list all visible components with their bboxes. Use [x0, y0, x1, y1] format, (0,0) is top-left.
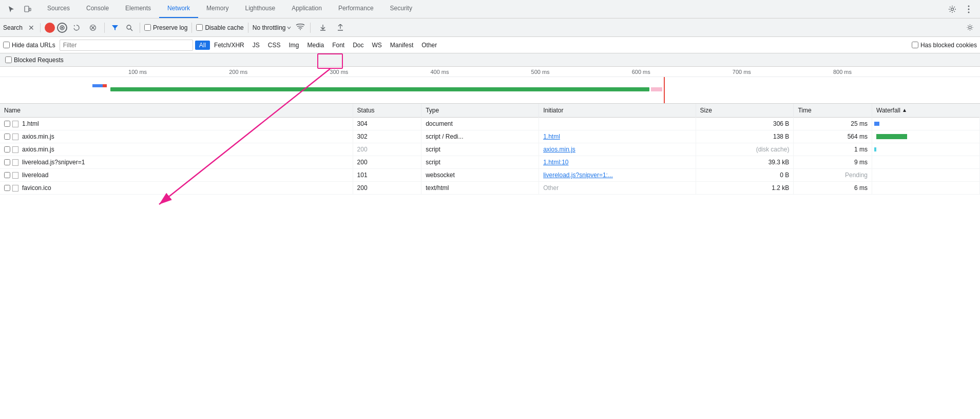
row-checkbox-2[interactable] [4, 134, 10, 140]
file-icon-2 [12, 134, 18, 140]
row-type-3: script [421, 143, 539, 156]
filter-type-css[interactable]: CSS [264, 41, 285, 50]
network-settings-icon[interactable] [963, 21, 977, 35]
th-initiator[interactable]: Initiator [539, 104, 696, 118]
tab-elements[interactable]: Elements [117, 0, 159, 18]
svg-point-12 [127, 25, 131, 29]
filter-type-img[interactable]: Img [284, 41, 303, 50]
row-checkbox-4[interactable] [4, 159, 10, 165]
filter-type-doc[interactable]: Doc [349, 41, 368, 50]
search-icon[interactable] [123, 22, 136, 34]
import-icon-btn[interactable] [316, 21, 330, 35]
cursor-icon-btn[interactable] [4, 2, 18, 16]
divider-1 [104, 23, 105, 33]
reload-icon-btn[interactable] [69, 21, 84, 35]
timeline-label-700: 700 ms [691, 69, 792, 75]
has-blocked-cookies-checkbox[interactable] [912, 42, 918, 48]
filter-type-media[interactable]: Media [303, 41, 328, 50]
tab-network[interactable]: Network [159, 0, 198, 18]
filter-type-font[interactable]: Font [328, 41, 349, 50]
row-name-5: livereload [0, 169, 353, 182]
filter-type-other[interactable]: Other [417, 41, 441, 50]
row-checkbox-6[interactable] [4, 185, 10, 191]
timeline-label-600: 600 ms [591, 69, 691, 75]
row-waterfall-4 [872, 156, 980, 169]
throttle-dropdown[interactable]: No throttling [253, 24, 292, 31]
filter-type-manifest[interactable]: Manifest [386, 41, 417, 50]
timeline-small-pink [651, 87, 662, 91]
row-name-1: 1.html [0, 118, 353, 130]
table-row[interactable]: axios.min.js 302 script / Redi... 1.html… [0, 130, 980, 143]
device-icon-btn[interactable] [21, 2, 35, 16]
main-content: Search ✕ Preserve log Disable cache [0, 18, 980, 419]
row-type-6: text/html [421, 182, 539, 195]
table-row[interactable]: livereload 101 websocket livereload.js?s… [0, 169, 980, 182]
row-checkbox-1[interactable] [4, 121, 10, 127]
divider-4 [248, 23, 248, 33]
row-time-4: 9 ms [794, 156, 872, 169]
has-blocked-cookies: Has blocked cookies [912, 42, 977, 49]
svg-point-2 [951, 8, 954, 10]
settings-icon-btn[interactable] [945, 2, 959, 16]
row-initiator-6: Other [539, 182, 696, 195]
row-waterfall-3 [872, 143, 980, 156]
disable-cache-checkbox[interactable] [196, 24, 203, 31]
filter-icon[interactable] [109, 22, 121, 34]
tab-security[interactable]: Security [382, 0, 420, 18]
table-header-row: Name Status Type Initiator Size Time Wat… [0, 104, 980, 118]
row-type-1: document [421, 118, 539, 130]
tab-application[interactable]: Application [283, 0, 330, 18]
filter-type-xhr[interactable]: Fetch/XHR [210, 41, 248, 50]
row-checkbox-3[interactable] [4, 146, 10, 153]
blocked-requests-checkbox[interactable] [5, 56, 12, 63]
row-status-3: 200 [353, 143, 421, 156]
table-row[interactable]: 1.html 304 document 306 B 25 ms [0, 118, 980, 130]
tab-performance[interactable]: Performance [330, 0, 382, 18]
record-button[interactable] [45, 23, 55, 33]
filter-type-js[interactable]: JS [248, 41, 264, 50]
row-time-2: 564 ms [794, 130, 872, 143]
th-waterfall[interactable]: Waterfall [872, 104, 980, 118]
tab-sources[interactable]: Sources [39, 0, 78, 18]
filter-input[interactable] [60, 40, 193, 51]
file-icon-5 [12, 172, 18, 179]
row-checkbox-5[interactable] [4, 172, 10, 178]
clear-icon-btn[interactable] [86, 21, 100, 35]
hide-data-urls-checkbox[interactable] [3, 42, 10, 48]
th-name[interactable]: Name [0, 104, 353, 118]
preserve-log-label[interactable]: Preserve log [144, 24, 187, 31]
th-status[interactable]: Status [353, 104, 421, 118]
table-row[interactable]: livereload.js?snipver=1 200 script 1.htm… [0, 156, 980, 169]
row-name-6: favicon.ico [0, 182, 353, 195]
th-time[interactable]: Time [794, 104, 872, 118]
th-type[interactable]: Type [421, 104, 539, 118]
tab-console[interactable]: Console [78, 0, 117, 18]
table-row[interactable]: axios.min.js 200 script axios.min.js (di… [0, 143, 980, 156]
row-status-1: 304 [353, 118, 421, 130]
th-size[interactable]: Size [696, 104, 794, 118]
row-status-4: 200 [353, 156, 421, 169]
export-icon-btn[interactable] [333, 21, 348, 35]
row-waterfall-2 [872, 130, 980, 143]
filter-type-ws[interactable]: WS [368, 41, 386, 50]
timeline-label-300: 300 ms [289, 69, 389, 75]
close-search-icon[interactable]: ✕ [27, 23, 36, 32]
tab-lighthouse[interactable]: Lighthouse [237, 0, 283, 18]
tab-bar: Sources Console Elements Network Memory … [0, 0, 980, 18]
divider-3 [191, 23, 192, 33]
row-size-3: (disk cache) [696, 143, 794, 156]
timeline-labels: 100 ms 200 ms 300 ms 400 ms 500 ms 600 m… [0, 67, 980, 77]
row-type-2: script / Redi... [421, 130, 539, 143]
toolbar-right-icons [296, 21, 348, 35]
hide-data-urls-label[interactable]: Hide data URLs [3, 42, 55, 49]
tab-memory[interactable]: Memory [198, 0, 237, 18]
svg-point-14 [300, 29, 301, 30]
preserve-log-checkbox[interactable] [144, 24, 151, 31]
blocked-requests-bar: Blocked Requests [0, 53, 980, 67]
more-icon-btn[interactable] [962, 2, 976, 16]
filter-type-all[interactable]: All [195, 41, 210, 50]
file-icon-4 [12, 159, 18, 166]
stop-button[interactable] [57, 23, 67, 33]
table-row[interactable]: favicon.ico 200 text/html Other 1.2 kB 6… [0, 182, 980, 195]
disable-cache-label[interactable]: Disable cache [196, 24, 243, 31]
